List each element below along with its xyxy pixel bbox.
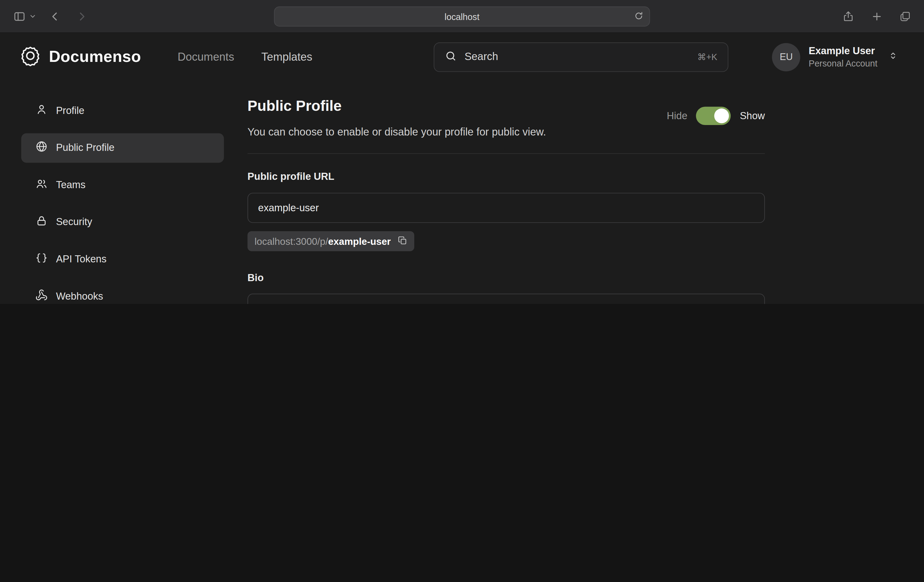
refresh-icon [634, 11, 644, 21]
braces-icon [35, 252, 48, 267]
search-input[interactable] [464, 51, 690, 63]
page-head: Public Profile You can choose to enable … [248, 95, 765, 139]
search-icon [445, 50, 457, 64]
nav-documents[interactable]: Documents [178, 51, 234, 63]
public-profile-url-input[interactable] [248, 193, 765, 223]
page-subtitle: You can choose to enable or disable your… [248, 126, 546, 139]
plus-icon [871, 10, 883, 22]
page-head-text: Public Profile You can choose to enable … [248, 95, 546, 139]
chevron-down-icon [30, 13, 36, 20]
visibility-toggle-row: Hide Show [667, 107, 765, 125]
refresh-button[interactable] [632, 9, 646, 23]
avatar: EU [772, 43, 800, 71]
main-nav: Documents Templates [178, 51, 312, 63]
browser-right-controls [840, 8, 913, 25]
new-tab-button[interactable] [869, 8, 885, 25]
bio-textarea[interactable]: This is an example bio. [248, 294, 765, 304]
lock-icon [35, 215, 48, 230]
url-preview-prefix: localhost:3000/p/ [254, 236, 328, 246]
sidebar-panel-icon [13, 10, 26, 23]
sidebar-item-label: Security [56, 217, 92, 228]
sidebar-item-label: API Tokens [56, 253, 107, 265]
browser-chrome: localhost [0, 0, 924, 33]
app-body: Profile Public Profile Teams Security [0, 81, 924, 304]
tabs-icon [899, 10, 911, 22]
search-box[interactable]: ⌘+K [434, 42, 729, 72]
sidebar-item-public-profile[interactable]: Public Profile [21, 133, 224, 163]
sidebar-menu-button[interactable] [27, 10, 38, 21]
settings-content: Public Profile You can choose to enable … [248, 95, 765, 304]
back-button[interactable] [46, 8, 63, 25]
chevron-right-icon [76, 10, 88, 22]
url-preview-chip[interactable]: localhost:3000/p/example-user [248, 231, 414, 251]
url-preview-slug: example-user [328, 236, 391, 246]
sidebar-item-security[interactable]: Security [21, 208, 224, 237]
nav-templates[interactable]: Templates [261, 51, 312, 63]
hide-label: Hide [667, 110, 687, 122]
section-divider [248, 153, 765, 154]
show-label: Show [740, 110, 765, 122]
documenso-logo-icon [20, 45, 41, 69]
tab-overview-button[interactable] [897, 8, 914, 25]
chevrons-up-down-icon [888, 51, 898, 63]
users-icon [35, 177, 48, 193]
page-title: Public Profile [248, 97, 546, 114]
browser-left-controls [10, 7, 90, 25]
bio-field-label: Bio [248, 273, 765, 284]
share-button[interactable] [840, 8, 857, 25]
webhook-icon [35, 289, 48, 304]
sidebar-item-label: Webhooks [56, 291, 103, 303]
user-menu[interactable]: EU Example User Personal Account [772, 43, 898, 71]
browser-url-field[interactable]: localhost [274, 7, 650, 26]
user-icon [35, 103, 48, 119]
sidebar-item-label: Profile [56, 105, 84, 117]
app-header: Documenso Documents Templates ⌘+K EU Exa… [0, 33, 924, 81]
brand[interactable]: Documenso [20, 45, 141, 69]
sidebar-item-profile[interactable]: Profile [21, 96, 224, 126]
account-type: Personal Account [808, 58, 878, 69]
user-name: Example User [808, 45, 878, 58]
brand-name: Documenso [49, 48, 141, 66]
profile-visibility-toggle[interactable] [696, 107, 731, 125]
search-shortcut: ⌘+K [698, 52, 718, 62]
sidebar-item-label: Public Profile [56, 142, 114, 154]
browser-url-text: localhost [444, 12, 479, 21]
user-text: Example User Personal Account [808, 45, 878, 69]
sidebar-item-teams[interactable]: Teams [21, 170, 224, 200]
settings-sidebar: Profile Public Profile Teams Security [0, 95, 248, 304]
screen: localhost [0, 0, 924, 304]
share-icon [842, 10, 855, 23]
chevron-left-icon [49, 10, 61, 22]
history-nav [46, 8, 90, 25]
globe-icon [35, 141, 48, 156]
copy-icon [398, 236, 408, 246]
sidebar-item-api-tokens[interactable]: API Tokens [21, 245, 224, 274]
forward-button[interactable] [74, 8, 90, 25]
sidebar-toggle-button[interactable] [10, 7, 28, 25]
copy-url-button[interactable] [398, 236, 408, 246]
url-field-label: Public profile URL [248, 171, 765, 183]
toggle-knob [714, 108, 729, 123]
sidebar-item-webhooks[interactable]: Webhooks [21, 282, 224, 304]
sidebar-item-label: Teams [56, 179, 86, 191]
